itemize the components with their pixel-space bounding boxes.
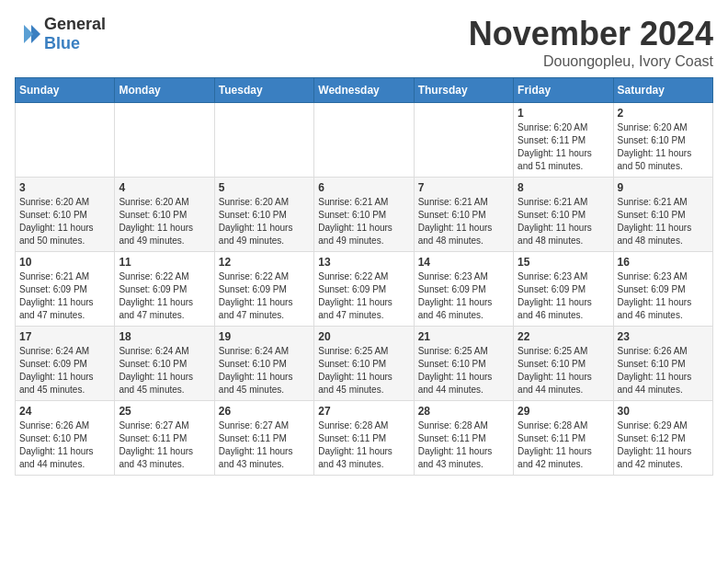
day-info: Sunrise: 6:21 AM Sunset: 6:10 PM Dayligh… bbox=[418, 196, 509, 247]
day-number: 12 bbox=[219, 256, 310, 269]
day-info: Sunrise: 6:26 AM Sunset: 6:10 PM Dayligh… bbox=[19, 419, 110, 471]
calendar-week-row: 17Sunrise: 6:24 AM Sunset: 6:09 PM Dayli… bbox=[16, 327, 713, 401]
day-number: 18 bbox=[119, 330, 210, 343]
day-info: Sunrise: 6:20 AM Sunset: 6:10 PM Dayligh… bbox=[219, 196, 310, 247]
calendar-cell: 3Sunrise: 6:20 AM Sunset: 6:10 PM Daylig… bbox=[16, 178, 115, 252]
day-number: 4 bbox=[119, 181, 210, 194]
calendar-cell: 6Sunrise: 6:21 AM Sunset: 6:10 PM Daylig… bbox=[314, 178, 414, 252]
day-number: 9 bbox=[618, 181, 709, 194]
calendar-cell: 9Sunrise: 6:21 AM Sunset: 6:10 PM Daylig… bbox=[613, 178, 712, 252]
day-info: Sunrise: 6:24 AM Sunset: 6:09 PM Dayligh… bbox=[19, 345, 110, 396]
day-of-week-header: Saturday bbox=[613, 78, 712, 103]
calendar-cell: 21Sunrise: 6:25 AM Sunset: 6:10 PM Dayli… bbox=[414, 327, 513, 401]
logo-wordmark: General Blue bbox=[44, 15, 106, 53]
day-info: Sunrise: 6:25 AM Sunset: 6:10 PM Dayligh… bbox=[418, 345, 509, 396]
calendar-cell: 25Sunrise: 6:27 AM Sunset: 6:11 PM Dayli… bbox=[115, 401, 214, 476]
day-number: 20 bbox=[318, 330, 409, 343]
day-info: Sunrise: 6:26 AM Sunset: 6:10 PM Dayligh… bbox=[618, 345, 709, 396]
day-of-week-header: Thursday bbox=[414, 78, 513, 103]
day-info: Sunrise: 6:23 AM Sunset: 6:09 PM Dayligh… bbox=[518, 270, 609, 322]
day-info: Sunrise: 6:29 AM Sunset: 6:12 PM Dayligh… bbox=[618, 419, 709, 471]
calendar-cell: 10Sunrise: 6:21 AM Sunset: 6:09 PM Dayli… bbox=[16, 252, 115, 327]
day-number: 6 bbox=[318, 181, 409, 194]
day-number: 15 bbox=[518, 256, 609, 269]
day-number: 21 bbox=[418, 330, 509, 343]
day-number: 29 bbox=[518, 405, 609, 418]
calendar-cell: 1Sunrise: 6:20 AM Sunset: 6:11 PM Daylig… bbox=[514, 103, 613, 178]
calendar-cell: 12Sunrise: 6:22 AM Sunset: 6:09 PM Dayli… bbox=[214, 252, 313, 327]
day-number: 27 bbox=[318, 405, 409, 418]
header: General Blue November 2024 Douongopleu, … bbox=[15, 15, 713, 70]
calendar-cell: 19Sunrise: 6:24 AM Sunset: 6:10 PM Dayli… bbox=[214, 327, 313, 401]
calendar-cell bbox=[16, 103, 115, 178]
calendar-cell: 11Sunrise: 6:22 AM Sunset: 6:09 PM Dayli… bbox=[115, 252, 214, 327]
day-of-week-header: Tuesday bbox=[214, 78, 313, 103]
calendar-cell: 5Sunrise: 6:20 AM Sunset: 6:10 PM Daylig… bbox=[214, 178, 313, 252]
day-info: Sunrise: 6:27 AM Sunset: 6:11 PM Dayligh… bbox=[119, 419, 210, 471]
calendar-cell: 18Sunrise: 6:24 AM Sunset: 6:10 PM Dayli… bbox=[115, 327, 214, 401]
calendar-week-row: 3Sunrise: 6:20 AM Sunset: 6:10 PM Daylig… bbox=[16, 178, 713, 252]
calendar-week-row: 24Sunrise: 6:26 AM Sunset: 6:10 PM Dayli… bbox=[16, 401, 713, 476]
day-number: 10 bbox=[19, 256, 110, 269]
day-info: Sunrise: 6:21 AM Sunset: 6:10 PM Dayligh… bbox=[618, 196, 709, 247]
day-number: 19 bbox=[219, 330, 310, 343]
day-info: Sunrise: 6:20 AM Sunset: 6:10 PM Dayligh… bbox=[618, 121, 709, 173]
calendar-cell: 27Sunrise: 6:28 AM Sunset: 6:11 PM Dayli… bbox=[314, 401, 414, 476]
calendar-cell: 14Sunrise: 6:23 AM Sunset: 6:09 PM Dayli… bbox=[414, 252, 513, 327]
calendar-header-row: SundayMondayTuesdayWednesdayThursdayFrid… bbox=[16, 78, 713, 103]
day-of-week-header: Sunday bbox=[16, 78, 115, 103]
day-info: Sunrise: 6:24 AM Sunset: 6:10 PM Dayligh… bbox=[219, 345, 310, 396]
calendar-cell: 22Sunrise: 6:25 AM Sunset: 6:10 PM Dayli… bbox=[514, 327, 613, 401]
day-info: Sunrise: 6:25 AM Sunset: 6:10 PM Dayligh… bbox=[518, 345, 609, 396]
calendar-week-row: 10Sunrise: 6:21 AM Sunset: 6:09 PM Dayli… bbox=[16, 252, 713, 327]
calendar-cell: 23Sunrise: 6:26 AM Sunset: 6:10 PM Dayli… bbox=[613, 327, 712, 401]
calendar-cell: 15Sunrise: 6:23 AM Sunset: 6:09 PM Dayli… bbox=[514, 252, 613, 327]
day-info: Sunrise: 6:22 AM Sunset: 6:09 PM Dayligh… bbox=[219, 270, 310, 322]
location-title: Douongopleu, Ivory Coast bbox=[469, 53, 713, 70]
day-info: Sunrise: 6:27 AM Sunset: 6:11 PM Dayligh… bbox=[219, 419, 310, 471]
day-number: 2 bbox=[618, 107, 709, 120]
day-number: 1 bbox=[518, 107, 609, 120]
day-number: 26 bbox=[219, 405, 310, 418]
day-info: Sunrise: 6:23 AM Sunset: 6:09 PM Dayligh… bbox=[418, 270, 509, 322]
day-info: Sunrise: 6:20 AM Sunset: 6:11 PM Dayligh… bbox=[518, 121, 609, 173]
day-number: 24 bbox=[19, 405, 110, 418]
logo-blue: Blue bbox=[44, 34, 80, 52]
day-number: 23 bbox=[618, 330, 709, 343]
day-info: Sunrise: 6:21 AM Sunset: 6:10 PM Dayligh… bbox=[518, 196, 609, 247]
day-number: 7 bbox=[418, 181, 509, 194]
calendar-cell: 4Sunrise: 6:20 AM Sunset: 6:10 PM Daylig… bbox=[115, 178, 214, 252]
day-info: Sunrise: 6:28 AM Sunset: 6:11 PM Dayligh… bbox=[418, 419, 509, 471]
day-number: 14 bbox=[418, 256, 509, 269]
day-number: 5 bbox=[219, 181, 310, 194]
day-number: 28 bbox=[418, 405, 509, 418]
day-of-week-header: Monday bbox=[115, 78, 214, 103]
calendar-week-row: 1Sunrise: 6:20 AM Sunset: 6:11 PM Daylig… bbox=[16, 103, 713, 178]
day-number: 25 bbox=[119, 405, 210, 418]
day-number: 13 bbox=[318, 256, 409, 269]
calendar-cell: 8Sunrise: 6:21 AM Sunset: 6:10 PM Daylig… bbox=[514, 178, 613, 252]
day-number: 17 bbox=[19, 330, 110, 343]
day-number: 3 bbox=[19, 181, 110, 194]
calendar-cell: 28Sunrise: 6:28 AM Sunset: 6:11 PM Dayli… bbox=[414, 401, 513, 476]
day-info: Sunrise: 6:21 AM Sunset: 6:09 PM Dayligh… bbox=[19, 270, 110, 322]
day-info: Sunrise: 6:20 AM Sunset: 6:10 PM Dayligh… bbox=[119, 196, 210, 247]
day-info: Sunrise: 6:21 AM Sunset: 6:10 PM Dayligh… bbox=[318, 196, 409, 247]
day-of-week-header: Friday bbox=[514, 78, 613, 103]
logo: General Blue bbox=[15, 15, 106, 53]
calendar-cell: 26Sunrise: 6:27 AM Sunset: 6:11 PM Dayli… bbox=[214, 401, 313, 476]
calendar-cell bbox=[214, 103, 313, 178]
calendar-cell: 17Sunrise: 6:24 AM Sunset: 6:09 PM Dayli… bbox=[16, 327, 115, 401]
day-number: 22 bbox=[518, 330, 609, 343]
calendar-table: SundayMondayTuesdayWednesdayThursdayFrid… bbox=[15, 77, 713, 476]
day-info: Sunrise: 6:20 AM Sunset: 6:10 PM Dayligh… bbox=[19, 196, 110, 247]
calendar-cell bbox=[115, 103, 214, 178]
day-number: 11 bbox=[119, 256, 210, 269]
calendar-cell: 16Sunrise: 6:23 AM Sunset: 6:09 PM Dayli… bbox=[613, 252, 712, 327]
day-number: 30 bbox=[618, 405, 709, 418]
logo-icon bbox=[15, 21, 40, 47]
calendar-cell: 7Sunrise: 6:21 AM Sunset: 6:10 PM Daylig… bbox=[414, 178, 513, 252]
calendar-cell bbox=[314, 103, 414, 178]
calendar-cell: 24Sunrise: 6:26 AM Sunset: 6:10 PM Dayli… bbox=[16, 401, 115, 476]
day-info: Sunrise: 6:28 AM Sunset: 6:11 PM Dayligh… bbox=[318, 419, 409, 471]
